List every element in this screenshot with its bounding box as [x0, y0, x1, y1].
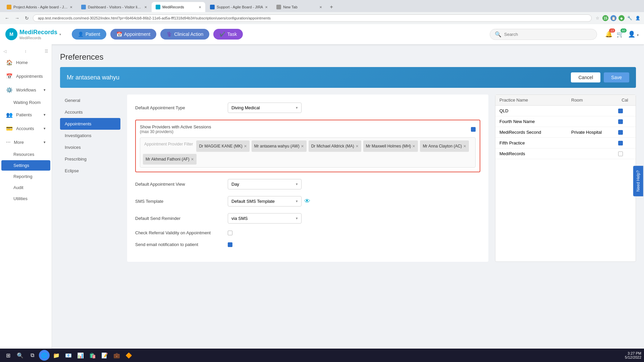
appointment-button[interactable]: 📅 Appointment	[110, 29, 157, 40]
collapse-left-icon[interactable]: ◁	[3, 49, 6, 54]
reload-button[interactable]: ↻	[23, 14, 30, 22]
default-reminder-select[interactable]: via SMS ▾	[228, 213, 302, 224]
tab-3[interactable]: MediRecords ✕	[152, 2, 205, 12]
tab-close-5[interactable]: ✕	[319, 5, 322, 9]
tab-close-2[interactable]: ✕	[144, 5, 147, 9]
show-providers-checkbox[interactable]	[471, 127, 476, 132]
sidebar-item-reporting[interactable]: Reporting	[1, 171, 50, 182]
remove-provider-5[interactable]: ✕	[463, 144, 466, 148]
url-bar[interactable]: app.test.medirecords.com/med-30252/index…	[33, 14, 592, 22]
notifications-button[interactable]: 🔔 13	[605, 31, 612, 38]
practice-cal-checkbox-4[interactable]	[618, 152, 623, 156]
search-bar[interactable]: 🔍	[490, 29, 597, 40]
explorer-taskbar[interactable]: 📁	[51, 350, 62, 361]
tab-close-4[interactable]: ✕	[265, 5, 268, 9]
default-type-label: Default Appointment Type	[135, 105, 222, 110]
default-view-select[interactable]: Day ▾	[228, 179, 302, 189]
settings-menu-prescribing[interactable]: Prescribing	[60, 153, 120, 165]
save-button[interactable]: Save	[604, 72, 629, 82]
sms-preview-icon[interactable]: 👁	[304, 198, 310, 205]
practice-cal-checkbox-3[interactable]	[618, 141, 623, 145]
tab-2[interactable]: Dashboard - Visitors - Visitor list... ✕	[77, 2, 151, 12]
sms-template-select[interactable]: Default SMS Template ▾	[228, 196, 302, 206]
collapse-toggle-icon[interactable]: ↕	[24, 49, 26, 54]
patient-button[interactable]: 👤 Patient	[72, 29, 106, 40]
extension-icon-4[interactable]: 🔧	[627, 15, 633, 21]
cart-badge: 60	[621, 28, 627, 33]
sms-template-arrow: ▾	[296, 199, 298, 203]
practice-name-4: MediRecords	[499, 151, 571, 156]
sidebar-item-utilities[interactable]: Utilities	[1, 193, 50, 204]
default-reminder-label: Default Send Reminder	[135, 216, 222, 221]
cancel-button[interactable]: Cancel	[571, 72, 600, 82]
forward-button[interactable]: →	[13, 14, 21, 22]
teams-taskbar[interactable]: 💼	[111, 350, 122, 361]
sidebar-item-patients[interactable]: 👥 Patients ▾	[1, 108, 50, 121]
search-input[interactable]	[504, 32, 592, 37]
cart-button[interactable]: 🛒 60	[616, 31, 624, 38]
extra-taskbar[interactable]: 🔶	[123, 350, 134, 361]
taskview-button[interactable]: ⧉	[27, 350, 38, 361]
sidebar-item-workflows[interactable]: ⚙️ Workflows ▾	[1, 83, 50, 97]
settings-menu-invoices[interactable]: Invoices	[60, 141, 120, 153]
check-referral-checkbox[interactable]	[228, 231, 232, 235]
extension-icon-1[interactable]: 15	[602, 15, 608, 21]
collapse-menu-icon[interactable]: ☰	[45, 49, 48, 54]
ms-store-taskbar[interactable]: 🛍️	[87, 350, 98, 361]
settings-layout: General Accounts Appointments Investigat…	[60, 95, 636, 262]
remove-provider-3[interactable]: ✕	[356, 144, 359, 148]
tab-5[interactable]: New Tab ✕	[272, 2, 326, 12]
remove-provider-4[interactable]: ✕	[412, 144, 415, 148]
bookmark-icon[interactable]: ☆	[594, 15, 600, 21]
notification-badge: 13	[609, 28, 615, 33]
sidebar-item-audit[interactable]: Audit	[1, 182, 50, 193]
practice-cal-1	[618, 119, 632, 124]
chrome-taskbar[interactable]: 🌐	[39, 350, 50, 361]
practice-cal-checkbox-1[interactable]	[618, 119, 623, 124]
sidebar-item-accounts[interactable]: 💳 Accounts ▾	[1, 122, 50, 135]
tab-close-1[interactable]: ✕	[70, 5, 72, 9]
need-help-tab[interactable]: Need Help?	[633, 166, 643, 196]
sidebar-item-more[interactable]: ··· More ▾	[1, 136, 50, 148]
default-type-select[interactable]: Diving Medical ▾	[228, 103, 302, 113]
outlook-taskbar[interactable]: 📧	[63, 350, 74, 361]
remove-provider-2[interactable]: ✕	[301, 144, 304, 148]
show-providers-label: Show Providers with Active Sessions	[140, 124, 211, 129]
tab-close-3[interactable]: ✕	[199, 5, 201, 9]
clinical-action-button[interactable]: ⚕️ Clinical Action	[160, 29, 209, 40]
profile-icon[interactable]: 👤	[635, 15, 641, 21]
settings-menu-accounts[interactable]: Accounts	[60, 106, 120, 118]
extension-icon-2[interactable]: 📋	[610, 15, 616, 21]
remove-provider-6[interactable]: ✕	[191, 157, 194, 162]
tab-4[interactable]: Support - Agile Board - JIRA ✕	[206, 2, 272, 12]
default-reminder-control: via SMS ▾	[228, 213, 480, 224]
settings-menu-appointments[interactable]: Appointments	[60, 118, 120, 130]
settings-menu-general[interactable]: General	[60, 95, 120, 106]
sidebar-item-waiting-room[interactable]: Waiting Room	[1, 97, 50, 108]
tab-label-3: MediRecords	[162, 5, 184, 9]
default-reminder-arrow: ▾	[296, 216, 298, 221]
remove-provider-1[interactable]: ✕	[244, 144, 247, 148]
new-tab-button[interactable]: +	[327, 2, 336, 12]
sidebar-item-settings[interactable]: Settings	[1, 160, 50, 171]
default-view-label: Default Appointment View	[135, 182, 222, 187]
tab-1[interactable]: Project Adonis - Agile board - JI... ✕	[3, 2, 76, 12]
practice-cal-checkbox-0[interactable]	[618, 109, 623, 113]
extension-icon-3[interactable]: ◆	[619, 15, 625, 21]
practice-cal-checkbox-2[interactable]	[618, 130, 623, 135]
search-taskbar-button[interactable]: 🔍	[15, 350, 25, 361]
default-view-control: Day ▾	[228, 179, 480, 189]
settings-menu-investigations[interactable]: Investigations	[60, 130, 120, 141]
sidebar-item-appointments[interactable]: 📅 Appointments	[1, 70, 50, 83]
send-email-checkbox[interactable]	[228, 242, 232, 247]
logo-dropdown-icon[interactable]: ▾	[59, 33, 61, 36]
user-menu-button[interactable]: 👤 ▾	[628, 31, 639, 38]
task-button[interactable]: ✔️ Task	[213, 29, 243, 40]
windows-start-button[interactable]: ⊞	[3, 350, 13, 361]
sidebar-item-home[interactable]: 🏠 Home	[1, 56, 50, 69]
settings-menu-eclipse[interactable]: Eclipse	[60, 165, 120, 177]
word-taskbar[interactable]: 📝	[99, 350, 110, 361]
sidebar-item-resources[interactable]: Resources	[1, 149, 50, 160]
excel-taskbar[interactable]: 📊	[75, 350, 86, 361]
back-button[interactable]: ←	[3, 14, 11, 22]
